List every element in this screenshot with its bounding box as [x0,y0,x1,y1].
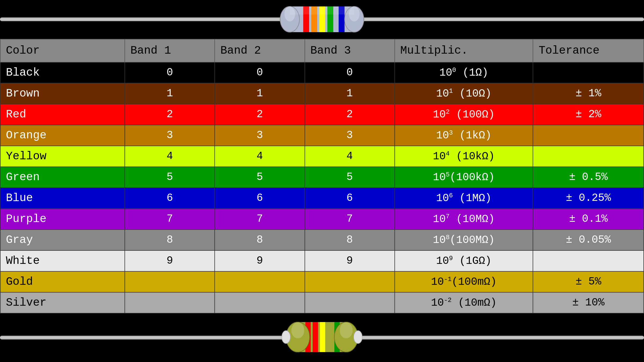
top-resistor [279,2,365,37]
color-cell: Orange [0,125,125,146]
color-cell: Yellow [0,146,125,167]
tol-cell: ± 0.5% [533,167,644,188]
table-row: White999109 (1GΩ) [0,250,644,271]
table-body: Black000100 (1Ω)Brown111101 (10Ω)± 1%Red… [0,62,644,313]
band3-cell: 4 [305,146,395,167]
band2-cell [215,271,305,292]
resistor-table-container: Color Band 1 Band 2 Band 3 Multiplic. To… [0,39,644,313]
multi-cell: 103 (1kΩ) [395,125,533,146]
band3-cell: 1 [305,83,395,104]
band1-cell: 4 [125,146,215,167]
band2-cell: 7 [215,209,305,230]
band3-cell: 8 [305,230,395,250]
table-header-row: Color Band 1 Band 2 Band 3 Multiplic. To… [0,39,644,62]
multi-cell: 105(100kΩ) [395,167,533,188]
band1-cell: 1 [125,83,215,104]
multi-cell: 106 (1MΩ) [395,188,533,209]
tol-cell: ± 0.1% [533,209,644,230]
header-tol: Tolerance [533,39,644,62]
band1-cell: 3 [125,125,215,146]
tol-cell: ± 1% [533,83,644,104]
band2-cell: 6 [215,188,305,209]
band1-cell: 9 [125,250,215,271]
color-cell: Silver [0,292,125,313]
band2-cell: 3 [215,125,305,146]
band1-cell: 2 [125,104,215,125]
band1-cell [125,292,215,313]
bottom-resistor [282,316,362,360]
svg-rect-17 [313,322,318,352]
tol-cell: ± 2% [533,104,644,125]
band1-cell: 7 [125,209,215,230]
svg-point-25 [354,331,362,343]
band3-cell: 0 [305,62,395,83]
tol-cell [533,62,644,83]
tol-cell: ± 0.25% [533,188,644,209]
color-cell: Black [0,62,125,83]
bottom-resistor-area [0,313,644,362]
multi-cell: 102 (100Ω) [395,104,533,125]
color-cell: Green [0,167,125,188]
band3-cell: 3 [305,125,395,146]
band3-cell: 2 [305,104,395,125]
header-band3: Band 3 [305,39,395,62]
multi-cell: 107 (10MΩ) [395,209,533,230]
band3-cell [305,292,395,313]
band1-cell: 0 [125,62,215,83]
band2-cell: 5 [215,167,305,188]
header-band2: Band 2 [215,39,305,62]
band3-cell: 6 [305,188,395,209]
band1-cell [125,271,215,292]
tol-cell [533,250,644,271]
multi-cell: 104 (10kΩ) [395,146,533,167]
band2-cell [215,292,305,313]
color-cell: Purple [0,209,125,230]
top-resistor-area [0,0,644,39]
multi-cell: 10-2 (10mΩ) [395,292,533,313]
band1-cell: 8 [125,230,215,250]
resistor-table: Color Band 1 Band 2 Band 3 Multiplic. To… [0,39,644,313]
tol-cell [533,125,644,146]
color-cell: Gray [0,230,125,250]
multi-cell: 100 (1Ω) [395,62,533,83]
color-cell: Blue [0,188,125,209]
band2-cell: 8 [215,230,305,250]
svg-point-24 [282,331,290,343]
multi-cell: 108(100MΩ) [395,230,533,250]
multi-cell: 101 (10Ω) [395,83,533,104]
svg-point-23 [340,322,353,338]
band3-cell: 9 [305,250,395,271]
header-multi: Multiplic. [395,39,533,62]
band1-cell: 5 [125,167,215,188]
page-wrapper: Color Band 1 Band 2 Band 3 Multiplic. To… [0,0,644,362]
header-band1: Band 1 [125,39,215,62]
band3-cell: 5 [305,167,395,188]
table-row: Gray888108(100MΩ)± 0.05% [0,230,644,250]
table-row: Silver10-2 (10mΩ)± 10% [0,292,644,313]
table-row: Brown111101 (10Ω)± 1% [0,83,644,104]
svg-rect-12 [290,6,354,14]
band2-cell: 9 [215,250,305,271]
table-row: Red222102 (100Ω)± 2% [0,104,644,125]
svg-point-22 [291,322,304,338]
band1-cell: 6 [125,188,215,209]
table-row: Yellow444104 (10kΩ) [0,146,644,167]
table-row: Gold10-1(100mΩ)± 5% [0,271,644,292]
band2-cell: 4 [215,146,305,167]
tol-cell: ± 10% [533,292,644,313]
table-row: Blue666106 (1MΩ)± 0.25% [0,188,644,209]
svg-rect-18 [320,322,325,352]
tol-cell: ± 5% [533,271,644,292]
band3-cell [305,271,395,292]
tol-cell: ± 0.05% [533,230,644,250]
table-row: Orange333103 (1kΩ) [0,125,644,146]
header-color: Color [0,39,125,62]
color-cell: Red [0,104,125,125]
tol-cell [533,146,644,167]
color-cell: Gold [0,271,125,292]
table-row: Black000100 (1Ω) [0,62,644,83]
table-row: Green555105(100kΩ)± 0.5% [0,167,644,188]
multi-cell: 10-1(100mΩ) [395,271,533,292]
color-cell: Brown [0,83,125,104]
color-cell: White [0,250,125,271]
